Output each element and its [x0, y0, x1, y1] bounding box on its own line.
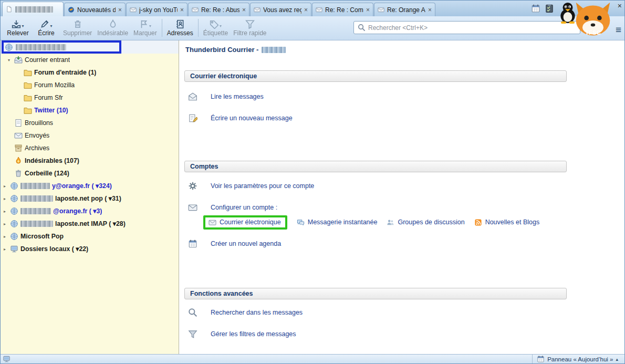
- account-row-laposte-imap[interactable]: ▸ laposte.net IMAP ( ▾28): [1, 217, 179, 230]
- folder-pane: ▾ Courrier entrant Forum d'entraide (1) …: [1, 40, 179, 354]
- write-button[interactable]: ▾ Écrire: [32, 17, 60, 39]
- account-settings-link[interactable]: Voir les paramètres pour ce compte: [211, 182, 314, 190]
- redacted-account-name: [262, 47, 286, 53]
- folder-row-forum-entraide[interactable]: Forum d'entraide (1): [1, 66, 179, 79]
- delete-button[interactable]: Supprimer: [60, 17, 95, 39]
- folder-label: @orange.fr ( ▾3): [53, 207, 102, 215]
- folder-row-twitter[interactable]: Twitter (10): [1, 104, 179, 117]
- folder-row-sent[interactable]: Envoyés: [1, 129, 179, 142]
- gear-icon: [188, 181, 197, 191]
- expander-icon[interactable]: ▸: [2, 222, 8, 226]
- folder-row-trash[interactable]: Corbeille (124): [1, 167, 179, 180]
- trash-icon: [73, 19, 82, 29]
- account-type-newsgroups-link[interactable]: Groupes de discussion: [398, 219, 464, 226]
- redacted-tab-title: [15, 6, 53, 13]
- search-messages-link[interactable]: Rechercher dans les messages: [211, 309, 303, 316]
- tab-vous-avez-recu[interactable]: Vous avez reçu ×: [250, 3, 311, 16]
- tab-label: Nouveautés de: [77, 6, 116, 14]
- app-menu-button[interactable]: ≡: [616, 25, 621, 35]
- folder-row-inbox[interactable]: ▾ Courrier entrant: [1, 54, 179, 66]
- manage-filters-link[interactable]: Gérer les filtres de messages: [211, 330, 296, 338]
- account-row-laposte-pop[interactable]: ▸ laposte.net pop ( ▾31): [1, 192, 179, 205]
- tasks-tab-button[interactable]: [544, 3, 555, 14]
- window-close-button[interactable]: ×: [618, 2, 622, 9]
- dropdown-caret-icon[interactable]: ▾: [50, 24, 52, 29]
- tab-nouveautes[interactable]: Nouveautés de ×: [64, 3, 126, 16]
- folder-row-drafts[interactable]: Brouillons: [1, 117, 179, 129]
- tab-close-icon[interactable]: ×: [304, 7, 308, 13]
- folder-label: Forum Sfr: [34, 94, 63, 101]
- search-messages-row: Rechercher dans les messages: [188, 306, 303, 319]
- dropdown-caret-icon[interactable]: ▾: [220, 24, 222, 29]
- tab-close-icon[interactable]: ×: [118, 7, 122, 13]
- account-type-feeds-link[interactable]: Nouvelles et Blogs: [485, 219, 540, 226]
- button-label: Marquer: [133, 29, 157, 37]
- tab-jsky-youtube[interactable]: j-sky on YouTu ×: [126, 3, 188, 16]
- dropdown-caret-icon[interactable]: ▾: [149, 24, 151, 29]
- account-row-microsoft-pop[interactable]: ▸ Microsoft Pop: [1, 230, 179, 243]
- button-label: Filtre rapide: [233, 29, 266, 37]
- tab-close-icon[interactable]: ×: [180, 7, 184, 13]
- tab-close-icon[interactable]: ×: [366, 7, 370, 13]
- calendar-icon: [531, 4, 540, 13]
- read-mail-icon: [188, 92, 197, 101]
- junk-button[interactable]: Indésirable: [95, 17, 131, 39]
- get-messages-button[interactable]: ▾ Relever: [4, 17, 32, 39]
- folder-row-forum-mozilla[interactable]: Forum Mozilla: [1, 79, 179, 91]
- section-accounts-header: Comptes: [184, 161, 567, 172]
- dropdown-caret-icon[interactable]: ▾: [22, 24, 24, 29]
- status-mail-icon: [3, 355, 11, 363]
- account-row-orange-1[interactable]: ▸ y@orange.fr ( ▾324): [1, 180, 179, 192]
- local-folders-icon: [10, 245, 18, 253]
- folder-row-forum-sfr[interactable]: Forum Sfr: [1, 91, 179, 104]
- today-panel-toggle[interactable]: Panneau « Aujourd’hui » ▴: [532, 355, 622, 363]
- account-row-orange-2[interactable]: ▸ @orange.fr ( ▾3): [1, 205, 179, 217]
- tab-account-summary[interactable]: [2, 2, 64, 16]
- annotation-highlight-green: Courrier électronique: [203, 215, 287, 230]
- folder-icon: [24, 93, 32, 102]
- tag-button[interactable]: ▾ Étiquette: [201, 17, 231, 39]
- tasks-icon: [545, 4, 554, 13]
- search-box[interactable]: [353, 21, 580, 34]
- expander-icon[interactable]: ▾: [6, 58, 12, 63]
- account-type-chat-link[interactable]: Messagerie instantanée: [308, 219, 378, 226]
- junk-flame-icon: [14, 157, 23, 165]
- search-icon: [358, 24, 366, 32]
- folder-icon: [24, 68, 32, 77]
- account-row-local-folders[interactable]: ▸ Dossiers locaux ( ▾22): [1, 243, 179, 255]
- thunderbird-icon: [68, 6, 75, 13]
- archive-icon: [14, 144, 23, 152]
- account-root-row[interactable]: [1, 40, 179, 54]
- tab-close-icon[interactable]: ×: [428, 7, 432, 13]
- mail-setup-icon: [188, 203, 197, 212]
- folder-label: Forum Mozilla: [34, 81, 75, 89]
- tab-re-comm[interactable]: Re: Re : Comm ×: [312, 3, 373, 16]
- quick-filter-button[interactable]: Filtre rapide: [231, 17, 269, 39]
- folder-label: Corbeille (124): [25, 170, 69, 177]
- collapse-arrow-icon[interactable]: ▴: [616, 357, 618, 362]
- mark-button[interactable]: ▾ Marquer: [131, 17, 160, 39]
- read-messages-link[interactable]: Lire les messages: [211, 93, 264, 100]
- folder-row-junk[interactable]: Indésirables (107): [1, 154, 179, 167]
- mail-message-icon: [254, 6, 261, 13]
- search-input[interactable]: [368, 24, 576, 32]
- write-message-link[interactable]: Écrire un nouveau message: [211, 115, 293, 122]
- expander-icon[interactable]: ▸: [2, 247, 8, 252]
- manage-filters-row: Gérer les filtres de messages: [188, 327, 296, 341]
- calendar-tab-button[interactable]: [530, 3, 541, 14]
- folder-row-archives[interactable]: Archives: [1, 142, 179, 154]
- expander-icon[interactable]: ▸: [2, 234, 8, 239]
- expander-icon[interactable]: ▸: [2, 209, 8, 214]
- address-book-button[interactable]: Adresses: [164, 17, 196, 39]
- tab-re-abuse[interactable]: Re: Re : Abuse ×: [188, 3, 249, 16]
- mail-message-icon: [316, 6, 322, 13]
- expander-icon[interactable]: ▸: [2, 184, 8, 189]
- create-calendar-link[interactable]: Créer un nouvel agenda: [211, 240, 281, 247]
- tab-close-icon[interactable]: ×: [242, 7, 246, 13]
- tab-re-orange[interactable]: Re: Orange Ad ×: [374, 3, 435, 16]
- expander-icon[interactable]: ▸: [2, 196, 8, 201]
- feed-icon: [474, 219, 482, 226]
- button-label: Écrire: [38, 29, 54, 37]
- account-type-mail-link[interactable]: Courrier électronique: [220, 219, 281, 226]
- filter-icon: [245, 19, 255, 29]
